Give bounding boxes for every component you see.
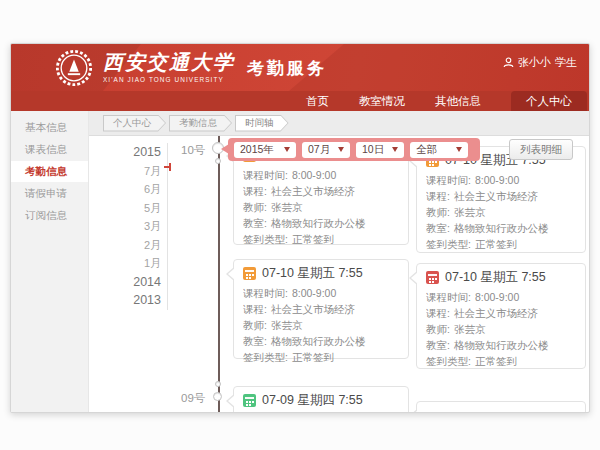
user-icon — [503, 57, 514, 68]
field-label: 签到类型: — [243, 351, 288, 363]
field-label: 签到类型: — [426, 355, 471, 367]
user-role: 学生 — [555, 55, 577, 70]
field-label: 签到类型: — [243, 233, 288, 245]
scale-separator — [167, 143, 168, 310]
field-label: 教室: — [426, 222, 450, 234]
field-label: 课程: — [426, 307, 450, 319]
card-header: 07-09 星期四 7:55 — [243, 392, 399, 409]
scale-month-jul[interactable]: 7月 — [89, 162, 161, 181]
day-dropdown[interactable]: 10日 — [356, 142, 404, 158]
breadcrumb-personal-center[interactable]: 个人中心 — [103, 115, 166, 132]
card-date: 07-09 星期四 7:55 — [262, 392, 363, 409]
breadcrumb-attendance[interactable]: 考勤信息 — [169, 115, 232, 132]
nav-item-classrooms[interactable]: 教室情况 — [359, 91, 405, 111]
list-detail-button[interactable]: 列表明细 — [509, 139, 573, 160]
field-label: 课程时间: — [426, 174, 471, 186]
card-header: 07-10 星期五 7:55 — [243, 265, 399, 282]
current-month-marker — [164, 166, 171, 168]
university-seal-logo — [55, 49, 93, 87]
sidebar-item-attendance[interactable]: 考勤信息 — [11, 161, 88, 182]
field-label: 课程时间: — [243, 169, 288, 181]
field-label: 教室: — [243, 217, 267, 229]
chevron-down-icon — [284, 147, 290, 152]
day-marker-10: 10号 — [181, 143, 205, 158]
chevron-down-icon — [392, 147, 398, 152]
field-label: 教室: — [426, 339, 450, 351]
field-value: 正常签到 — [292, 233, 334, 245]
field-value: 8:00-9:00 — [292, 169, 336, 181]
sidebar-item-basic-info[interactable]: 基本信息 — [11, 117, 88, 138]
scale-month-may[interactable]: 5月 — [89, 199, 161, 218]
field-value: 张芸京 — [271, 201, 303, 213]
timeline-axis — [218, 136, 220, 412]
date-filter-bubble: 2015年 07月 10日 全部 — [228, 138, 480, 161]
card-date: 07-10 星期五 7:55 — [445, 269, 546, 286]
field-value: 社会主义市场经济 — [454, 190, 538, 202]
card-date: 07-10 星期五 7:55 — [262, 265, 363, 282]
year-dropdown[interactable]: 2015年 — [234, 142, 296, 158]
field-label: 课程: — [426, 190, 450, 202]
field-label: 课程时间: — [426, 291, 471, 303]
main-nav: 首页 教室情况 其他信息 个人中心 — [11, 91, 589, 111]
user-name: 张小小 — [518, 55, 551, 70]
calendar-icon — [243, 394, 256, 407]
field-value: 张芸京 — [454, 323, 486, 335]
field-value: 8:00-9:00 — [292, 287, 336, 299]
chevron-down-icon — [456, 147, 462, 152]
field-value: 社会主义市场经济 — [271, 185, 355, 197]
calendar-icon — [243, 267, 256, 280]
attendance-card: 07-10 星期五 7:55 课程时间:8:00-9:00 课程:社会主义市场经… — [233, 259, 409, 359]
timeline-node — [213, 392, 222, 401]
scale-year-2013[interactable]: 2013 — [89, 291, 161, 310]
scale-month-jan[interactable]: 1月 — [89, 254, 161, 273]
month-dropdown[interactable]: 07月 — [302, 142, 350, 158]
sidebar-item-leave-request[interactable]: 请假申请 — [11, 183, 88, 204]
field-label: 教师: — [243, 319, 267, 331]
field-value: 格物致知行政办公楼 — [454, 222, 549, 234]
field-value: 8:00-9:00 — [475, 174, 519, 186]
timeline-scale: 2015 7月 6月 5月 3月 2月 1月 2014 2013 — [89, 143, 161, 310]
field-value: 8:00-9:00 — [475, 291, 519, 303]
attendance-card: 07-10 星期五 7:55 课程时间:8:00-9:00 课程:社会主义市场经… — [416, 146, 586, 253]
field-label: 教师: — [426, 206, 450, 218]
scale-month-jun[interactable]: 6月 — [89, 180, 161, 199]
field-value: 正常签到 — [475, 355, 517, 367]
breadcrumb: 个人中心 考勤信息 时间轴 — [89, 111, 590, 136]
scale-month-feb[interactable]: 2月 — [89, 236, 161, 255]
nav-item-other-info[interactable]: 其他信息 — [435, 91, 481, 111]
field-value: 格物致知行政办公楼 — [454, 339, 549, 351]
scale-year-2015[interactable]: 2015 — [89, 143, 161, 162]
attendance-card: 07-09 星期四 7:55 — [233, 386, 409, 413]
day-marker-09: 09号 — [181, 391, 205, 406]
university-name-cn: 西安交通大学 — [103, 49, 235, 75]
user-account[interactable]: 张小小 学生 — [503, 55, 577, 70]
nav-item-home[interactable]: 首页 — [306, 91, 329, 111]
field-value: 正常签到 — [475, 238, 517, 250]
breadcrumb-timeline[interactable]: 时间轴 — [235, 115, 289, 132]
field-label: 教室: — [243, 335, 267, 347]
page-title: 考勤服务 — [247, 57, 327, 80]
timeline-node — [215, 381, 221, 387]
header-banner: 西安交通大学 XI'AN JIAO TONG UNIVERSITY 考勤服务 张… — [11, 44, 589, 91]
university-name-en: XI'AN JIAO TONG UNIVERSITY — [103, 76, 235, 83]
card-header: 07-10 星期五 7:55 — [426, 269, 576, 286]
field-value: 张芸京 — [454, 206, 486, 218]
sidebar-item-timetable[interactable]: 课表信息 — [11, 139, 88, 160]
field-value: 格物致知行政办公楼 — [271, 335, 366, 347]
field-value: 张芸京 — [271, 319, 303, 331]
chevron-down-icon — [338, 147, 344, 152]
field-value: 社会主义市场经济 — [271, 303, 355, 315]
field-label: 课程: — [243, 185, 267, 197]
field-value: 社会主义市场经济 — [454, 307, 538, 319]
scale-year-2014[interactable]: 2014 — [89, 273, 161, 292]
type-dropdown[interactable]: 全部 — [410, 142, 468, 158]
field-label: 教师: — [243, 201, 267, 213]
field-label: 课程时间: — [243, 287, 288, 299]
scale-month-mar[interactable]: 3月 — [89, 217, 161, 236]
sidebar-item-subscription[interactable]: 订阅信息 — [11, 205, 88, 226]
attendance-card: 07-10 星期五 7:55 课程时间:8:00-9:00 课程:社会主义市场经… — [416, 263, 586, 369]
field-label: 课程: — [243, 303, 267, 315]
field-label: 签到类型: — [426, 238, 471, 250]
app-window: 西安交通大学 XI'AN JIAO TONG UNIVERSITY 考勤服务 张… — [10, 43, 590, 413]
nav-tab-personal-center[interactable]: 个人中心 — [511, 91, 587, 111]
